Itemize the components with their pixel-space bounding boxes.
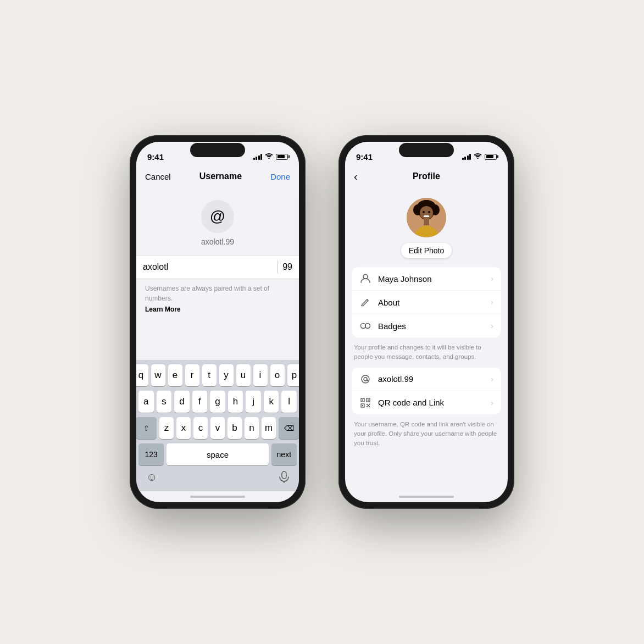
keyboard-row-2: a s d f g h j k l [138,391,297,413]
edit-photo-button[interactable]: Edit Photo [401,243,452,258]
svg-point-13 [428,211,430,213]
key-i[interactable]: i [253,364,268,386]
key-e[interactable]: e [168,364,182,386]
status-icons-1 [253,153,288,160]
chevron-icon-badges: › [491,321,493,330]
avatar-section: Edit Photo [345,187,508,267]
status-time-2: 9:41 [356,152,373,162]
key-b[interactable]: b [227,417,242,439]
keyboard-icons-row: ☺ [138,468,297,491]
hint-section: Usernames are always paired with a set o… [136,284,299,314]
next-key[interactable]: next [271,443,297,465]
key-p[interactable]: p [287,364,299,386]
keyboard-bottom-row: 123 space next [138,443,297,465]
svg-rect-28 [369,404,370,405]
learn-more-link[interactable]: Learn More [145,304,290,314]
profile-row-badges[interactable]: Badges › [352,314,501,337]
cancel-button[interactable]: Cancel [145,172,171,181]
profile-row-about[interactable]: About › [352,291,501,314]
hint-main-text: Usernames are always paired with a set o… [145,285,269,302]
username-section: axolotl.99 › [352,368,501,414]
done-button[interactable]: Done [270,172,290,181]
battery-icon-2 [485,154,497,160]
key-f[interactable]: f [192,391,208,413]
space-key[interactable]: space [166,443,268,465]
key-w[interactable]: w [151,364,165,386]
key-r[interactable]: r [185,364,199,386]
key-d[interactable]: d [174,391,190,413]
qr-row-label: QR code and Link [378,398,491,407]
svg-rect-14 [424,215,429,217]
phone-1: 9:41 Cancel Username Done [130,135,306,509]
keyboard: q w e r t y u i o p a s d f g h [136,360,299,491]
svg-point-3 [477,158,478,159]
about-label: About [378,298,491,307]
chevron-icon-qr: › [491,398,493,407]
badges-label: Badges [378,321,491,331]
username-row[interactable]: axolotl.99 › [352,368,501,391]
avatar[interactable] [407,198,446,237]
key-z[interactable]: z [159,417,174,439]
key-a[interactable]: a [138,391,154,413]
key-t[interactable]: t [202,364,216,386]
key-y[interactable]: y [219,364,234,386]
username-input-row[interactable]: 99 [136,255,299,279]
home-indicator-2 [345,491,508,502]
key-k[interactable]: k [264,391,279,413]
pencil-icon [359,297,371,307]
profile-nav: ‹ Profile [345,166,508,187]
number-suffix: 99 [282,262,292,272]
wifi-icon-2 [474,153,482,160]
phone-2: 9:41 ‹ Profile [338,135,514,509]
battery-icon [276,154,288,160]
qr-row[interactable]: QR code and Link › [352,391,501,414]
profile-row-name[interactable]: Maya Johnson › [352,267,501,291]
key-m[interactable]: m [262,417,276,439]
svg-rect-25 [368,399,369,401]
backspace-key[interactable]: ⌫ [279,417,299,439]
profile-hint-text: Your profile and changes to it will be v… [345,341,508,368]
key-q[interactable]: q [136,364,148,386]
key-c[interactable]: c [193,417,208,439]
chevron-icon-name: › [491,274,493,283]
profile-info-section: Maya Johnson › About › [352,267,501,337]
svg-rect-29 [367,406,368,407]
key-g[interactable]: g [210,391,225,413]
name-label: Maya Johnson [378,274,491,284]
signal-icon-2 [462,154,471,160]
svg-rect-15 [424,219,429,225]
shift-key[interactable]: ⇧ [136,417,157,439]
qr-icon [359,398,371,408]
key-n[interactable]: n [245,417,259,439]
profile-screen-title: Profile [413,171,440,181]
svg-rect-1 [282,471,286,479]
at-icon: @ [201,200,234,233]
username-input[interactable] [143,256,273,279]
signal-icon [253,154,263,160]
key-s[interactable]: s [157,391,172,413]
home-indicator-1 [136,491,299,502]
status-time-1: 9:41 [147,152,164,162]
wifi-icon [265,153,273,160]
emoji-key[interactable]: ☺ [146,471,157,486]
mic-key[interactable] [279,471,289,486]
dynamic-island-1 [190,143,245,157]
key-x[interactable]: x [176,417,191,439]
back-button[interactable]: ‹ [354,170,358,183]
keyboard-row-3: ⇧ z x c v b n m ⌫ [138,417,297,439]
status-icons-2 [462,153,497,160]
svg-point-20 [364,377,367,381]
key-l[interactable]: l [281,391,297,413]
svg-rect-30 [369,406,370,407]
svg-point-0 [268,158,269,159]
screen-title: Username [199,171,242,181]
key-o[interactable]: o [270,364,285,386]
key-j[interactable]: j [246,391,261,413]
key-u[interactable]: u [236,364,251,386]
svg-point-11 [420,206,433,219]
key-v[interactable]: v [210,417,225,439]
chevron-icon-username: › [491,375,493,384]
key-h[interactable]: h [228,391,243,413]
numbers-key[interactable]: 123 [138,443,164,465]
svg-point-19 [362,375,369,383]
